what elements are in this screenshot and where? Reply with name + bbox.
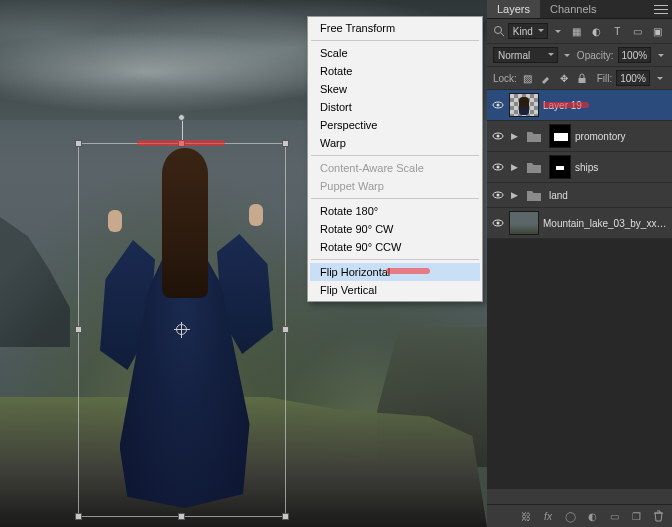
menu-scale[interactable]: Scale: [310, 44, 480, 62]
lock-all-icon[interactable]: [575, 70, 589, 86]
filter-smart-icon[interactable]: ▣: [650, 22, 666, 40]
folder-icon: [523, 127, 545, 145]
handle-mid-right[interactable]: [282, 326, 289, 333]
layers-panel: Layers Channels Kind ▦ ◐ T ▭ ▣ Normal Op…: [487, 0, 672, 527]
svg-point-0: [495, 27, 502, 34]
transform-context-menu[interactable]: Free Transform Scale Rotate Skew Distort…: [307, 16, 483, 302]
layer-row[interactable]: ▶ ships: [487, 152, 672, 183]
visibility-toggle[interactable]: [491, 188, 505, 202]
layer-name[interactable]: land: [549, 190, 668, 201]
menu-flip-horizontal-label: Flip Horizontal: [320, 266, 390, 278]
disclosure-triangle[interactable]: ▶: [509, 162, 519, 172]
panel-menu-icon[interactable]: [654, 3, 668, 15]
chevron-down-icon[interactable]: [655, 47, 666, 63]
annotation-mark: [137, 140, 225, 146]
svg-point-8: [497, 166, 500, 169]
menu-warp[interactable]: Warp: [310, 134, 480, 152]
layer-row[interactable]: Mountain_lake_03_by_xxM…: [487, 208, 672, 239]
menu-flip-vertical[interactable]: Flip Vertical: [310, 281, 480, 299]
menu-puppet-warp: Puppet Warp: [310, 177, 480, 195]
annotation-mark: [386, 268, 430, 274]
svg-rect-2: [578, 78, 585, 83]
menu-content-aware-scale: Content-Aware Scale: [310, 159, 480, 177]
layers-list[interactable]: Layer 19 ▶ promontory ▶ ships ▶ land: [487, 90, 672, 504]
filter-shape-icon[interactable]: ▭: [629, 22, 645, 40]
menu-rotate[interactable]: Rotate: [310, 62, 480, 80]
layer-thumbnail[interactable]: [509, 211, 539, 235]
layer-name[interactable]: promontory: [575, 131, 668, 142]
visibility-toggle[interactable]: [491, 216, 505, 230]
delete-layer-icon[interactable]: [648, 508, 668, 524]
handle-top-right[interactable]: [282, 140, 289, 147]
mountain-shape: [0, 217, 70, 347]
menu-distort[interactable]: Distort: [310, 98, 480, 116]
filter-adjust-icon[interactable]: ◐: [589, 22, 605, 40]
layer-name[interactable]: ships: [575, 162, 668, 173]
handle-top-mid[interactable]: [178, 140, 185, 147]
visibility-toggle[interactable]: [491, 98, 505, 112]
lock-transparent-icon[interactable]: ▨: [521, 70, 535, 86]
svg-point-6: [497, 135, 500, 138]
disclosure-triangle[interactable]: ▶: [509, 131, 519, 141]
svg-line-1: [501, 33, 504, 36]
fill-label: Fill:: [597, 73, 613, 84]
lock-label: Lock:: [493, 73, 517, 84]
annotation-mark: [543, 102, 589, 108]
layers-panel-footer: ⛓ fx ◯ ◐ ▭ ❐: [487, 504, 672, 527]
chevron-down-icon[interactable]: [654, 70, 666, 86]
menu-rotate-90-ccw[interactable]: Rotate 90° CCW: [310, 238, 480, 256]
visibility-toggle[interactable]: [491, 129, 505, 143]
handle-mid-left[interactable]: [75, 326, 82, 333]
tab-layers[interactable]: Layers: [487, 0, 540, 18]
disclosure-triangle[interactable]: ▶: [509, 190, 519, 200]
blend-mode-select[interactable]: Normal: [493, 47, 558, 63]
adjustment-layer-icon[interactable]: ◐: [582, 508, 602, 524]
svg-point-12: [497, 222, 500, 225]
layer-name[interactable]: Layer 19: [543, 100, 668, 111]
menu-free-transform[interactable]: Free Transform: [310, 19, 480, 37]
handle-top-left[interactable]: [75, 140, 82, 147]
folder-icon: [523, 158, 545, 176]
layer-fx-icon[interactable]: fx: [538, 508, 558, 524]
new-layer-icon[interactable]: ❐: [626, 508, 646, 524]
layer-thumbnail[interactable]: [509, 93, 539, 117]
layer-row[interactable]: ▶ promontory: [487, 121, 672, 152]
layer-row-selected[interactable]: Layer 19: [487, 90, 672, 121]
chevron-down-icon[interactable]: [552, 23, 565, 39]
svg-point-4: [497, 104, 500, 107]
layer-mask-thumbnail[interactable]: [549, 124, 571, 148]
add-mask-icon[interactable]: ◯: [560, 508, 580, 524]
opacity-label: Opacity:: [577, 50, 614, 61]
menu-flip-horizontal[interactable]: Flip Horizontal: [310, 263, 480, 281]
layers-empty-area[interactable]: [487, 239, 672, 489]
opacity-input[interactable]: 100%: [618, 47, 652, 63]
svg-point-10: [497, 194, 500, 197]
filter-type-icon[interactable]: T: [609, 22, 625, 40]
menu-rotate-180[interactable]: Rotate 180°: [310, 202, 480, 220]
layer-row[interactable]: ▶ land: [487, 183, 672, 208]
visibility-toggle[interactable]: [491, 160, 505, 174]
layer-name[interactable]: Mountain_lake_03_by_xxM…: [543, 218, 668, 229]
link-layers-icon[interactable]: ⛓: [516, 508, 536, 524]
chevron-down-icon[interactable]: [562, 47, 573, 63]
new-group-icon[interactable]: ▭: [604, 508, 624, 524]
fill-input[interactable]: 100%: [616, 70, 650, 86]
filter-kind-select[interactable]: Kind: [508, 23, 548, 39]
filter-pixel-icon[interactable]: ▦: [569, 22, 585, 40]
menu-rotate-90-cw[interactable]: Rotate 90° CW: [310, 220, 480, 238]
menu-perspective[interactable]: Perspective: [310, 116, 480, 134]
lock-move-icon[interactable]: ✥: [557, 70, 571, 86]
lock-paint-icon[interactable]: [539, 70, 553, 86]
tab-channels[interactable]: Channels: [540, 0, 606, 18]
figure-subject: [112, 148, 257, 508]
layer-mask-thumbnail[interactable]: [549, 155, 571, 179]
folder-icon: [523, 186, 545, 204]
search-icon: [493, 25, 504, 37]
menu-skew[interactable]: Skew: [310, 80, 480, 98]
